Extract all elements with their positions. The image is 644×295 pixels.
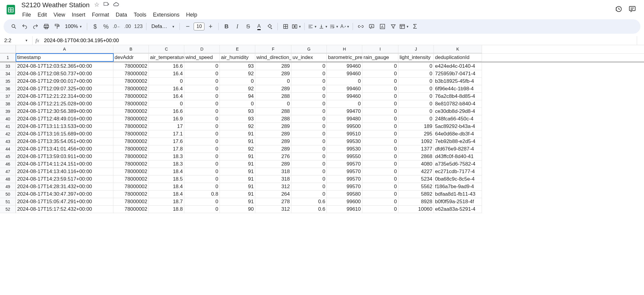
cell[interactable]: 16.4	[149, 85, 184, 93]
text-color-icon[interactable]: A	[254, 22, 264, 31]
cell[interactable]: 295	[398, 130, 434, 138]
cell[interactable]: 0	[362, 123, 398, 130]
row-header[interactable]: 48	[0, 175, 16, 183]
merge-cells-icon[interactable]: ▼	[292, 22, 301, 31]
cell[interactable]: 2024-08-17T12:21:22.314+00:00	[16, 93, 113, 100]
cell[interactable]: 0	[184, 115, 220, 123]
cell[interactable]: 0	[362, 191, 398, 198]
select-all-cell[interactable]	[0, 45, 16, 53]
cell[interactable]: 278	[255, 198, 291, 206]
strikethrough-icon[interactable]: S	[243, 22, 253, 31]
cell[interactable]: 6f96e44c-1b98-4	[434, 85, 482, 93]
cell[interactable]: 78000002	[113, 138, 149, 145]
cell[interactable]: 99510	[327, 130, 362, 138]
cell[interactable]: 78000002	[113, 198, 149, 206]
column-header-A[interactable]: A	[16, 45, 113, 53]
column-header-K[interactable]: K	[434, 45, 482, 53]
comments-icon[interactable]	[628, 5, 636, 14]
cell[interactable]: 0	[362, 145, 398, 153]
cell[interactable]: 99500	[327, 123, 362, 130]
cell[interactable]: 2024-08-17T13:35:54.051+00:00	[16, 138, 113, 145]
cell[interactable]: 2024-08-17T14:13:40.116+00:00	[16, 168, 113, 175]
cell[interactable]: 99580	[327, 191, 362, 198]
cell[interactable]: 99550	[327, 153, 362, 160]
menu-view[interactable]: View	[51, 11, 68, 19]
cell[interactable]: 18.4	[149, 183, 184, 191]
cell[interactable]: 0ba68c9c-8c5e-4	[434, 175, 482, 183]
text-rotation-icon[interactable]: A↗▼	[340, 22, 350, 31]
cell[interactable]: 7eb92b88-e2d5-4	[434, 138, 482, 145]
cell[interactable]: 0	[220, 100, 255, 108]
cell[interactable]: 0	[398, 63, 434, 70]
row-header[interactable]: 36	[0, 85, 16, 93]
cell[interactable]: 99530	[327, 138, 362, 145]
cell[interactable]: 99610	[327, 206, 362, 213]
cell[interactable]: 78000002	[113, 160, 149, 168]
row-header[interactable]: 33	[0, 63, 16, 70]
cell[interactable]: f186a7be-9ad9-4	[434, 183, 482, 191]
column-header-G[interactable]: G	[291, 45, 327, 53]
row-header[interactable]: 46	[0, 160, 16, 168]
cell[interactable]: 0	[362, 175, 398, 183]
cell[interactable]: 17	[149, 123, 184, 130]
star-icon[interactable]: ☆	[94, 1, 100, 9]
cell[interactable]: 0	[362, 138, 398, 145]
cell[interactable]: 78000002	[113, 130, 149, 138]
cell[interactable]: 0	[184, 93, 220, 100]
formula-bar-input[interactable]	[42, 38, 637, 44]
cell[interactable]: 288	[255, 115, 291, 123]
cell[interactable]: 0	[184, 85, 220, 93]
cell[interactable]: 0	[362, 130, 398, 138]
cell[interactable]: 64e0d68e-db3f-4	[434, 130, 482, 138]
cell[interactable]: 0	[362, 160, 398, 168]
cell[interactable]: 289	[255, 138, 291, 145]
cell[interactable]: 16.6	[149, 63, 184, 70]
cell[interactable]: 18.8	[149, 206, 184, 213]
cell[interactable]: 2868	[398, 153, 434, 160]
menu-help[interactable]: Help	[183, 11, 200, 19]
cell[interactable]: 91	[220, 153, 255, 160]
cell[interactable]: 0	[291, 100, 327, 108]
cell[interactable]: 2024-08-17T15:17:52.432+00:00	[16, 206, 113, 213]
cell[interactable]: light_intensity	[398, 54, 434, 61]
row-header[interactable]: 45	[0, 153, 16, 160]
cell[interactable]: 0	[184, 70, 220, 78]
cell[interactable]: 0	[362, 198, 398, 206]
cell[interactable]: 5562	[398, 183, 434, 191]
search-icon[interactable]	[9, 22, 19, 31]
cell[interactable]: 0	[291, 183, 327, 191]
cell[interactable]: 4227	[398, 168, 434, 175]
cell[interactable]: 0	[184, 198, 220, 206]
cell[interactable]: 0	[398, 78, 434, 85]
row-header[interactable]: 44	[0, 145, 16, 153]
cell[interactable]: 16.9	[149, 115, 184, 123]
cell[interactable]: 78000002	[113, 123, 149, 130]
functions-icon[interactable]: Σ	[410, 22, 420, 31]
cell[interactable]: 0.6	[291, 206, 327, 213]
cell[interactable]: 1092	[398, 138, 434, 145]
cell[interactable]: 0	[398, 108, 434, 115]
cell[interactable]: 99460	[327, 63, 362, 70]
cell[interactable]: ec271cdb-7177-4	[434, 168, 482, 175]
cell[interactable]: 94	[220, 93, 255, 100]
cell[interactable]: 2024-08-17T14:23:59.517+00:00	[16, 175, 113, 183]
cell[interactable]: 2024-08-17T12:48:49.016+00:00	[16, 115, 113, 123]
cell[interactable]: 18.3	[149, 153, 184, 160]
zoom-select[interactable]: 100% ▼	[63, 23, 84, 30]
cell[interactable]: 0.6	[291, 198, 327, 206]
row-header[interactable]: 47	[0, 168, 16, 175]
cell[interactable]: 78000002	[113, 108, 149, 115]
cell[interactable]: 17.8	[149, 145, 184, 153]
cell[interactable]: 90	[220, 206, 255, 213]
cell[interactable]: 0	[291, 115, 327, 123]
cell[interactable]: 0	[255, 78, 291, 85]
cell[interactable]: e62aa83a-5291-4	[434, 206, 482, 213]
cell[interactable]: a735e5d6-7582-4	[434, 160, 482, 168]
cell[interactable]: 8e810782-b840-4	[434, 100, 482, 108]
row-header[interactable]: 39	[0, 108, 16, 115]
cell[interactable]: 312	[255, 183, 291, 191]
cell[interactable]: 0	[291, 108, 327, 115]
move-icon[interactable]	[103, 1, 109, 9]
cell[interactable]: barometric_press	[327, 54, 362, 61]
cell[interactable]: 76a2c8b4-8d85-4	[434, 93, 482, 100]
